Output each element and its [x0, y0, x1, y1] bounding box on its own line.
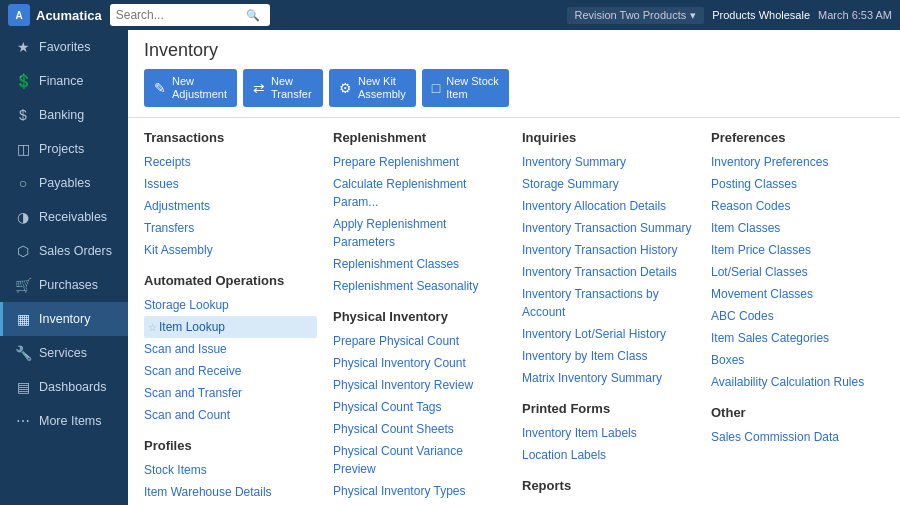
sidebar-item-label: Purchases [39, 278, 98, 292]
sidebar-item-label: Finance [39, 74, 83, 88]
link-physical-count-variance[interactable]: Physical Count Variance Preview [333, 440, 506, 480]
sidebar-item-label: Favorites [39, 40, 90, 54]
receivables-icon: ◑ [15, 209, 31, 225]
link-adjustments[interactable]: Adjustments [144, 195, 317, 217]
link-apply-replenishment[interactable]: Apply Replenishment Parameters [333, 213, 506, 253]
link-boxes[interactable]: Boxes [711, 349, 884, 371]
automated-operations-title: Automated Operations [144, 273, 317, 288]
search-bar[interactable]: 🔍 [110, 4, 270, 26]
sidebar-item-receivables[interactable]: ◑ Receivables [0, 200, 128, 234]
sidebar-item-dashboards[interactable]: ▤ Dashboards [0, 370, 128, 404]
link-prepare-physical-count[interactable]: Prepare Physical Count [333, 330, 506, 352]
link-scan-transfer[interactable]: Scan and Transfer [144, 382, 317, 404]
link-physical-inventory-count[interactable]: Physical Inventory Count [333, 352, 506, 374]
sidebar-item-favorites[interactable]: ★ Favorites [0, 30, 128, 64]
link-movement-classes[interactable]: Movement Classes [711, 283, 884, 305]
link-inventory-allocation-details[interactable]: Inventory Allocation Details [522, 195, 695, 217]
new-adjustment-icon: ✎ [154, 80, 166, 96]
link-physical-count-tags[interactable]: Physical Count Tags [333, 396, 506, 418]
link-inventory-transactions-by-account[interactable]: Inventory Transactions by Account [522, 283, 695, 323]
revision-box[interactable]: Revision Two Products ▾ [567, 7, 705, 24]
new-transfer-text: New Transfer [271, 75, 312, 101]
section-physical-inventory: Physical Inventory Prepare Physical Coun… [333, 309, 506, 505]
link-storage-summary[interactable]: Storage Summary [522, 173, 695, 195]
new-stock-item-line2: Item [446, 88, 499, 101]
new-stock-item-text: New Stock Item [446, 75, 499, 101]
link-receipts[interactable]: Receipts [144, 151, 317, 173]
sales-orders-icon: ⬡ [15, 243, 31, 259]
new-kit-assembly-line1: New Kit [358, 75, 406, 88]
link-inventory-balance[interactable]: Inventory Balance [522, 499, 695, 505]
btn-new-stock-item[interactable]: □ New Stock Item [422, 69, 509, 107]
profiles-title: Profiles [144, 438, 317, 453]
link-physical-count-sheets[interactable]: Physical Count Sheets [333, 418, 506, 440]
new-adjustment-text: New Adjustment [172, 75, 227, 101]
link-inventory-preferences[interactable]: Inventory Preferences [711, 151, 884, 173]
sidebar-item-label: Receivables [39, 210, 107, 224]
link-inventory-by-item-class[interactable]: Inventory by Item Class [522, 345, 695, 367]
link-inventory-transaction-summary[interactable]: Inventory Transaction Summary [522, 217, 695, 239]
link-inventory-lot-serial-history[interactable]: Inventory Lot/Serial History [522, 323, 695, 345]
link-scan-count[interactable]: Scan and Count [144, 404, 317, 426]
link-inventory-transaction-history[interactable]: Inventory Transaction History [522, 239, 695, 261]
link-inventory-summary[interactable]: Inventory Summary [522, 151, 695, 173]
btn-new-transfer[interactable]: ⇄ New Transfer [243, 69, 323, 107]
section-reports: Reports Inventory Balance Historical Inv… [522, 478, 695, 505]
sidebar-item-label: Payables [39, 176, 90, 190]
link-inventory-item-labels[interactable]: Inventory Item Labels [522, 422, 695, 444]
link-calculate-replenishment[interactable]: Calculate Replenishment Param... [333, 173, 506, 213]
col-1: Transactions Receipts Issues Adjustments… [144, 130, 317, 505]
link-transfers[interactable]: Transfers [144, 217, 317, 239]
link-lot-serial-classes[interactable]: Lot/Serial Classes [711, 261, 884, 283]
sidebar-item-label: Sales Orders [39, 244, 112, 258]
btn-new-kit-assembly[interactable]: ⚙ New Kit Assembly [329, 69, 416, 107]
sidebar-item-inventory[interactable]: ▦ Inventory [0, 302, 128, 336]
link-storage-lookup[interactable]: Storage Lookup [144, 294, 317, 316]
sidebar-item-sales-orders[interactable]: ⬡ Sales Orders [0, 234, 128, 268]
link-physical-inventory-review[interactable]: Physical Inventory Review [333, 374, 506, 396]
section-printed-forms: Printed Forms Inventory Item Labels Loca… [522, 401, 695, 466]
link-physical-inventory-types[interactable]: Physical Inventory Types [333, 480, 506, 502]
link-stock-items[interactable]: Stock Items [144, 459, 317, 481]
sidebar-item-payables[interactable]: ○ Payables [0, 166, 128, 200]
link-item-classes[interactable]: Item Classes [711, 217, 884, 239]
link-abc-codes[interactable]: ABC Codes [711, 305, 884, 327]
sidebar-item-more-items[interactable]: ⋯ More Items [0, 404, 128, 438]
link-posting-classes[interactable]: Posting Classes [711, 173, 884, 195]
link-location-labels[interactable]: Location Labels [522, 444, 695, 466]
link-replenishment-classes[interactable]: Replenishment Classes [333, 253, 506, 275]
link-item-warehouse-details[interactable]: Item Warehouse Details [144, 481, 317, 503]
link-availability-calculation-rules[interactable]: Availability Calculation Rules [711, 371, 884, 393]
link-item-sales-categories[interactable]: Item Sales Categories [711, 327, 884, 349]
other-title: Other [711, 405, 884, 420]
link-kit-assembly[interactable]: Kit Assembly [144, 239, 317, 261]
link-sales-commission-data[interactable]: Sales Commission Data [711, 426, 884, 448]
company-text: Products Wholesale [712, 9, 810, 21]
link-scan-issue[interactable]: Scan and Issue [144, 338, 317, 360]
link-inventory-transaction-details[interactable]: Inventory Transaction Details [522, 261, 695, 283]
link-reason-codes[interactable]: Reason Codes [711, 195, 884, 217]
link-issues[interactable]: Issues [144, 173, 317, 195]
link-item-price-classes[interactable]: Item Price Classes [711, 239, 884, 261]
section-replenishment: Replenishment Prepare Replenishment Calc… [333, 130, 506, 297]
sidebar-item-label: Inventory [39, 312, 90, 326]
btn-new-adjustment[interactable]: ✎ New Adjustment [144, 69, 237, 107]
link-matrix-inventory-summary[interactable]: Matrix Inventory Summary [522, 367, 695, 389]
sidebar-item-finance[interactable]: 💲 Finance [0, 64, 128, 98]
topbar-right: Revision Two Products ▾ Products Wholesa… [567, 7, 893, 24]
page-header: Inventory ✎ New Adjustment ⇄ New Transfe… [128, 30, 900, 118]
sidebar-item-purchases[interactable]: 🛒 Purchases [0, 268, 128, 302]
logo-area[interactable]: A Acumatica [8, 4, 102, 26]
link-scan-receive[interactable]: Scan and Receive [144, 360, 317, 382]
sidebar-item-banking[interactable]: $ Banking [0, 98, 128, 132]
link-prepare-replenishment[interactable]: Prepare Replenishment [333, 151, 506, 173]
sidebar-item-services[interactable]: 🔧 Services [0, 336, 128, 370]
payables-icon: ○ [15, 175, 31, 191]
search-input[interactable] [116, 8, 246, 22]
sidebar-item-projects[interactable]: ◫ Projects [0, 132, 128, 166]
replenishment-title: Replenishment [333, 130, 506, 145]
link-replenishment-seasonality[interactable]: Replenishment Seasonality [333, 275, 506, 297]
sidebar-item-label: Services [39, 346, 87, 360]
link-item-lookup[interactable]: ☆Item Lookup [144, 316, 317, 338]
sidebar-item-label: Dashboards [39, 380, 106, 394]
